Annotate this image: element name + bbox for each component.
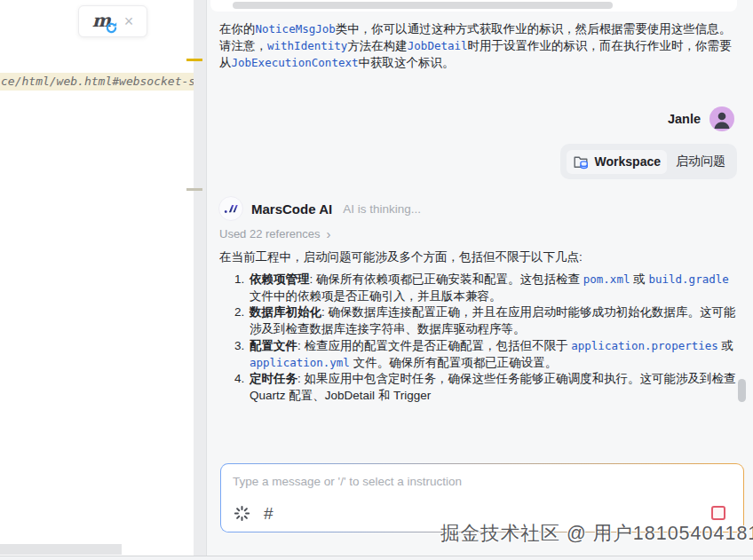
assistant-previous-message: 在你的NoticeMsgJob类中，你可以通过这种方式获取作业的标识，然后根据需… xyxy=(219,20,739,71)
editor-pane: ce/html/web.html#websocket-st m × xyxy=(0,0,207,560)
person-icon xyxy=(709,106,734,131)
instruction-spinner-icon[interactable] xyxy=(234,505,250,522)
marscode-m-logo[interactable]: m xyxy=(92,11,112,32)
list-item-text: 配置文件: 检查应用的配置文件是否正确配置，包括但不限于 application… xyxy=(250,338,741,371)
list-item-number: 1. xyxy=(234,272,250,304)
bottom-divider xyxy=(0,556,753,560)
chevron-right-icon: › xyxy=(326,228,330,240)
list-item-text: 数据库初始化: 确保数据库连接配置正确，并且在应用启动时能够成功初始化数据库。这… xyxy=(250,304,741,337)
marscode-chat-panel: 在你的NoticeMsgJob类中，你可以通过这种方式获取作业的标识，然后根据需… xyxy=(207,0,753,556)
chat-vertical-scrollbar[interactable] xyxy=(738,379,746,402)
marscode-logo-icon xyxy=(223,201,239,217)
references-label: Used 22 references xyxy=(219,227,320,241)
list-item-number: 4. xyxy=(234,371,250,404)
assistant-header: MarsCode AI AI is thinking... xyxy=(218,196,421,221)
user-message-bubble: Workspace 启动问题 xyxy=(560,144,737,179)
user-message-header: Janle xyxy=(668,106,734,131)
user-name: Janle xyxy=(668,112,701,126)
assistant-answer-list: 1. 依赖项管理: 确保所有依赖项都已正确安装和配置。这包括检查 pom.xml… xyxy=(219,272,741,405)
list-item: 2. 数据库初始化: 确保数据库连接配置正确，并且在应用启动时能够成功初始化数据… xyxy=(219,304,741,337)
ruler-modified-marker xyxy=(186,59,202,61)
close-icon[interactable]: × xyxy=(124,13,134,29)
list-item: 3. 配置文件: 检查应用的配置文件是否正确配置，包括但不限于 applicat… xyxy=(219,338,741,371)
watermark-text: 掘金技术社区 @ 用户181054041810 xyxy=(440,520,753,546)
editor-overview-ruler[interactable] xyxy=(194,0,207,556)
marscode-inline-widget[interactable]: m × xyxy=(78,5,147,37)
context-hash-icon[interactable]: # xyxy=(264,505,273,522)
workspace-chip-label: Workspace xyxy=(595,154,661,169)
list-item: 4. 定时任务: 如果应用中包含定时任务，确保这些任务能够正确调度和执行。这可能… xyxy=(219,371,741,404)
list-item-number: 2. xyxy=(234,304,250,337)
input-toolbar: # xyxy=(234,505,273,522)
assistant-name: MarsCode AI xyxy=(251,201,332,217)
marscode-avatar xyxy=(218,196,243,221)
editor-horizontal-scrollbar[interactable] xyxy=(0,544,122,555)
list-item-text: 依赖项管理: 确保所有依赖项都已正确安装和配置。这包括检查 pom.xml 或 … xyxy=(250,272,741,304)
editor-highlighted-line[interactable]: ce/html/web.html#websocket-st xyxy=(0,73,206,91)
user-avatar[interactable] xyxy=(709,106,734,131)
code-block-bottom-edge xyxy=(210,0,737,12)
workspace-chip[interactable]: Workspace xyxy=(567,150,667,174)
user-message-text: 启动问题 xyxy=(676,154,725,170)
stop-generating-button[interactable] xyxy=(711,506,725,520)
list-item-number: 3. xyxy=(234,338,250,371)
workspace-folder-database-icon xyxy=(573,154,590,170)
list-item-text: 定时任务: 如果应用中包含定时任务，确保这些任务能够正确调度和执行。这可能涉及到… xyxy=(250,371,741,404)
references-toggle[interactable]: Used 22 references › xyxy=(219,227,330,241)
chat-input-placeholder: Type a message or '/' to select a instru… xyxy=(233,475,462,488)
list-item: 1. 依赖项管理: 确保所有依赖项都已正确安装和配置。这包括检查 pom.xml… xyxy=(219,272,741,304)
assistant-intro-line: 在当前工程中，启动问题可能涉及多个方面，包括但不限于以下几点: xyxy=(219,248,739,265)
ruler-secondary-marker xyxy=(186,188,202,191)
screen: ce/html/web.html#websocket-st m × 在你的Not… xyxy=(0,0,753,560)
sync-icon xyxy=(105,21,118,35)
assistant-status: AI is thinking... xyxy=(343,202,421,216)
code-block-horizontal-scrollbar[interactable] xyxy=(233,2,613,9)
